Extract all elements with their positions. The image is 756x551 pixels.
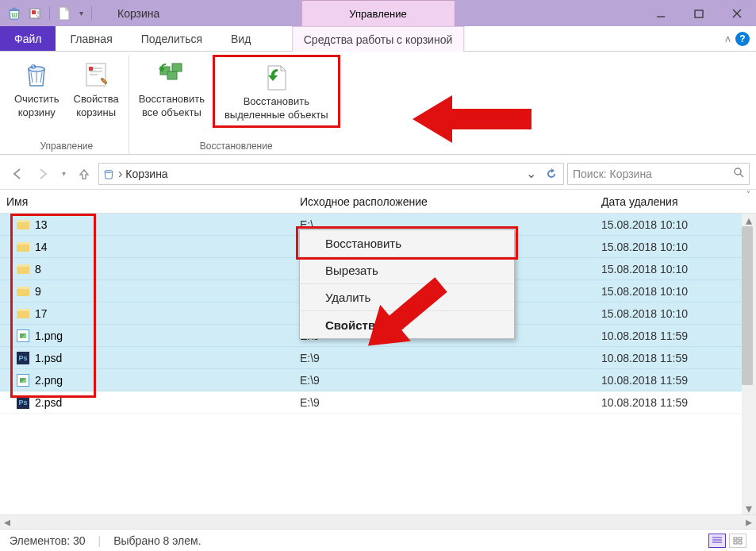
folder-icon bbox=[16, 218, 30, 232]
folder-icon bbox=[16, 284, 30, 299]
file-date-deleted: 15.08.2018 10:10 bbox=[595, 241, 756, 253]
breadcrumb-item[interactable]: Корзина bbox=[125, 168, 167, 180]
search-box[interactable]: Поиск: Корзина bbox=[567, 163, 750, 185]
tab-recycle-tools[interactable]: Средства работы с корзиной bbox=[292, 26, 465, 52]
folder-icon bbox=[16, 306, 30, 321]
file-name: 9 bbox=[35, 285, 41, 298]
column-headers: Имя Исходное расположение Дата удаления bbox=[0, 190, 756, 214]
file-name: 8 bbox=[35, 263, 41, 276]
horizontal-scrollbar[interactable]: ◂ ▸ bbox=[0, 514, 756, 529]
context-title-tab: Управление bbox=[301, 0, 455, 26]
file-date-deleted: 10.08.2018 11:59 bbox=[595, 374, 756, 387]
file-date-deleted: 10.08.2018 11:59 bbox=[595, 329, 756, 342]
tab-file[interactable]: Файл bbox=[0, 26, 56, 51]
empty-recycle-label: Очистить корзину bbox=[14, 93, 59, 120]
file-name: 14 bbox=[35, 241, 48, 253]
tab-view[interactable]: Вид bbox=[217, 26, 265, 51]
file-date-deleted: 15.08.2018 10:10 bbox=[595, 307, 756, 320]
file-date-deleted: 15.08.2018 10:10 bbox=[595, 218, 756, 231]
tab-home[interactable]: Главная bbox=[56, 26, 126, 51]
group-manage-label: Управление bbox=[40, 138, 93, 154]
scroll-right-icon[interactable]: ▸ bbox=[742, 516, 756, 529]
bin-properties-button[interactable]: Свойства корзины bbox=[67, 55, 125, 123]
column-date-deleted[interactable]: Дата удаления bbox=[595, 190, 756, 213]
restore-all-button[interactable]: Восстановить все объекты bbox=[132, 55, 211, 123]
address-bar[interactable]: › Корзина ⌄ bbox=[98, 163, 564, 185]
maximize-button[interactable] bbox=[680, 0, 718, 26]
photoshop-icon: Ps bbox=[16, 351, 30, 365]
svg-rect-14 bbox=[734, 541, 737, 544]
file-date-deleted: 15.08.2018 10:10 bbox=[595, 263, 756, 276]
svg-rect-15 bbox=[739, 541, 742, 544]
status-item-count: Элементов: 30 bbox=[10, 534, 86, 547]
file-name: 1.psd bbox=[35, 352, 62, 364]
image-icon bbox=[16, 373, 30, 387]
dropdown-icon[interactable]: ▾ bbox=[75, 4, 86, 23]
forward-button[interactable] bbox=[32, 163, 54, 185]
folder-icon bbox=[16, 262, 30, 276]
blank-doc-icon[interactable] bbox=[55, 4, 74, 23]
scroll-left-icon[interactable]: ◂ bbox=[0, 516, 14, 529]
file-date-deleted: 10.08.2018 11:59 bbox=[595, 352, 756, 364]
ribbon-tabs: Файл Главная Поделиться Вид Средства раб… bbox=[0, 26, 756, 52]
recycle-bin-icon bbox=[102, 168, 115, 180]
file-location: E:\9 bbox=[294, 374, 595, 387]
restore-selected-button[interactable]: Восстановить выделенные объекты bbox=[213, 55, 340, 128]
file-name: 13 bbox=[35, 218, 48, 231]
refresh-icon[interactable] bbox=[543, 168, 560, 179]
details-view-button[interactable] bbox=[708, 534, 726, 548]
icons-view-button[interactable] bbox=[729, 534, 746, 548]
ribbon-group-restore: Восстановить все объекты Восстановить вы… bbox=[129, 55, 343, 154]
window-title: Корзина bbox=[117, 7, 159, 20]
file-list: Восстановить Вырезать Удалить Свойства 1… bbox=[0, 214, 756, 514]
empty-recycle-button[interactable]: Очистить корзину bbox=[8, 55, 66, 123]
address-dropdown-icon[interactable]: ⌄ bbox=[522, 166, 539, 181]
file-location: E:\9 bbox=[294, 396, 595, 409]
annotation-arrow-icon bbox=[349, 260, 460, 371]
column-location[interactable]: Исходное расположение bbox=[294, 190, 595, 213]
vertical-scrollbar[interactable]: ▴ ▾ bbox=[742, 214, 756, 514]
svg-rect-2 bbox=[695, 10, 703, 17]
image-icon bbox=[16, 329, 30, 343]
svg-rect-1 bbox=[32, 10, 36, 14]
ribbon-group-manage: Очистить корзину Свойства корзины Управл… bbox=[5, 55, 129, 154]
file-date-deleted: 10.08.2018 11:59 bbox=[595, 396, 756, 409]
file-name: 2.png bbox=[35, 374, 63, 387]
properties-icon[interactable] bbox=[25, 4, 44, 23]
scroll-up-icon[interactable]: ▴ bbox=[742, 214, 756, 226]
svg-point-3 bbox=[29, 67, 44, 71]
table-row[interactable]: Ps2.psdE:\910.08.2018 11:59 bbox=[0, 391, 756, 414]
ctx-restore[interactable]: Восстановить bbox=[300, 230, 514, 257]
minimize-button[interactable] bbox=[642, 0, 680, 26]
file-name: 17 bbox=[35, 307, 48, 320]
column-name[interactable]: Имя bbox=[0, 190, 294, 213]
search-placeholder: Поиск: Корзина bbox=[573, 168, 652, 180]
collapse-ribbon-icon[interactable]: ʌ bbox=[725, 33, 731, 44]
up-button[interactable] bbox=[73, 163, 95, 185]
table-row[interactable]: 2.pngE:\910.08.2018 11:59 bbox=[0, 369, 756, 391]
folder-icon bbox=[16, 240, 30, 254]
navigation-bar: ▾ › Корзина ⌄ Поиск: Корзина bbox=[0, 158, 756, 190]
properties-icon bbox=[79, 58, 113, 91]
file-date-deleted: 15.08.2018 10:10 bbox=[595, 285, 756, 298]
svg-point-10 bbox=[105, 170, 113, 172]
close-button[interactable] bbox=[718, 0, 756, 26]
status-selected-count: Выбрано 8 элем. bbox=[113, 534, 201, 547]
restore-all-icon bbox=[155, 58, 188, 91]
scroll-down-icon[interactable]: ▾ bbox=[742, 502, 756, 514]
recent-dropdown[interactable]: ▾ bbox=[57, 163, 70, 185]
svg-rect-8 bbox=[167, 71, 177, 79]
group-restore-label: Восстановление bbox=[200, 138, 273, 154]
photoshop-icon: Ps bbox=[16, 395, 30, 410]
back-button[interactable] bbox=[6, 163, 29, 185]
annotation-arrow-icon bbox=[413, 91, 532, 147]
search-icon[interactable] bbox=[733, 167, 744, 180]
file-name: 1.png bbox=[35, 329, 63, 342]
recycle-bin-icon[interactable] bbox=[5, 4, 24, 23]
titlebar: ▾ Корзина Управление bbox=[0, 0, 756, 26]
empty-bin-icon bbox=[20, 58, 53, 91]
tab-share[interactable]: Поделиться bbox=[127, 26, 217, 51]
help-icon[interactable]: ? bbox=[735, 32, 750, 46]
restore-all-label: Восстановить все объекты bbox=[139, 93, 205, 120]
svg-rect-12 bbox=[734, 538, 737, 540]
